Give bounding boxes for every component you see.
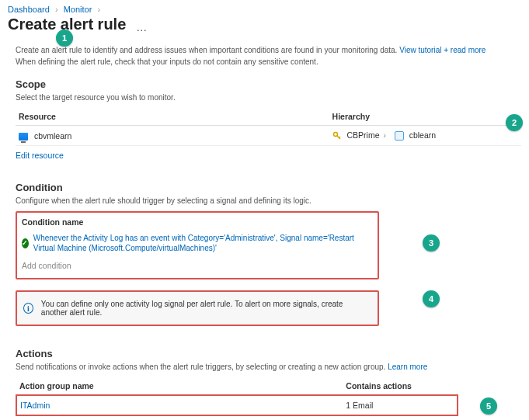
check-circle-icon: ✓ — [22, 238, 29, 248]
condition-col-name: Condition name — [22, 217, 373, 227]
edit-resource-link[interactable]: Edit resource — [16, 151, 64, 160]
condition-section: Condition Configure when the alert rule … — [16, 182, 521, 326]
info-box: i You can define only one activity log s… — [16, 290, 379, 326]
scope-section: Scope Select the target resource you wis… — [16, 78, 521, 160]
scope-table: Resource Hierarchy cbvmlearn CBPrime › c… — [16, 108, 521, 146]
actions-subtitle: Send notifications or invoke actions whe… — [16, 363, 521, 371]
annotation-badge-3: 3 — [423, 234, 440, 252]
view-tutorial-link[interactable]: View tutorial + read more — [399, 46, 485, 54]
scope-col-resource: Resource — [16, 108, 329, 126]
annotation-badge-4: 4 — [423, 290, 440, 307]
hierarchy-subscription: CBPrime — [347, 130, 380, 140]
chevron-right-icon: › — [97, 5, 100, 14]
resource-group-icon — [395, 131, 404, 141]
action-group-link[interactable]: ITAdmin — [20, 401, 50, 410]
annotation-badge-2: 2 — [506, 114, 523, 131]
table-row: ITAdmin 1 Email — [16, 395, 458, 415]
chevron-right-icon: › — [383, 131, 385, 140]
page-description: Create an alert rule to identify and add… — [16, 44, 521, 68]
breadcrumb: Dashboard › Monitor › — [8, 5, 521, 14]
condition-subtitle: Configure when the alert rule should tri… — [16, 196, 521, 205]
actions-col-name: Action group name — [16, 377, 343, 395]
annotation-badge-5: 5 — [480, 397, 497, 415]
hierarchy-rg: cblearn — [409, 130, 436, 140]
info-icon: i — [23, 303, 33, 314]
actions-col-contains: Contains actions — [343, 377, 458, 395]
resource-name: cbvmlearn — [34, 131, 71, 141]
scope-title: Scope — [16, 78, 521, 90]
info-text: You can define only one activity log sig… — [41, 300, 371, 317]
annotation-badge-1: 1 — [56, 30, 73, 47]
actions-table: Action group name Contains actions ITAdm… — [16, 377, 458, 416]
actions-section: Actions Send notifications or invoke act… — [16, 348, 521, 420]
action-contains: 1 Email — [346, 401, 373, 410]
actions-title: Actions — [16, 348, 521, 359]
table-row: cbvmlearn CBPrime › cblearn — [16, 126, 521, 146]
breadcrumb-dashboard[interactable]: Dashboard — [8, 5, 50, 14]
scope-col-hierarchy: Hierarchy — [329, 108, 521, 126]
chevron-right-icon: › — [55, 5, 58, 14]
condition-box: Condition name ✓ Whenever the Activity L… — [16, 211, 379, 279]
add-condition-link[interactable]: Add condition — [22, 261, 373, 270]
key-icon — [332, 131, 342, 141]
condition-row: ✓ Whenever the Activity Log has an event… — [22, 233, 373, 253]
condition-link[interactable]: Whenever the Activity Log has an event w… — [33, 233, 373, 253]
condition-title: Condition — [16, 182, 521, 193]
vm-icon — [19, 133, 28, 141]
more-icon[interactable]: … — [128, 21, 148, 33]
scope-subtitle: Select the target resource you wish to m… — [16, 93, 521, 102]
learn-more-link[interactable]: Learn more — [388, 363, 427, 371]
breadcrumb-monitor[interactable]: Monitor — [64, 5, 92, 14]
